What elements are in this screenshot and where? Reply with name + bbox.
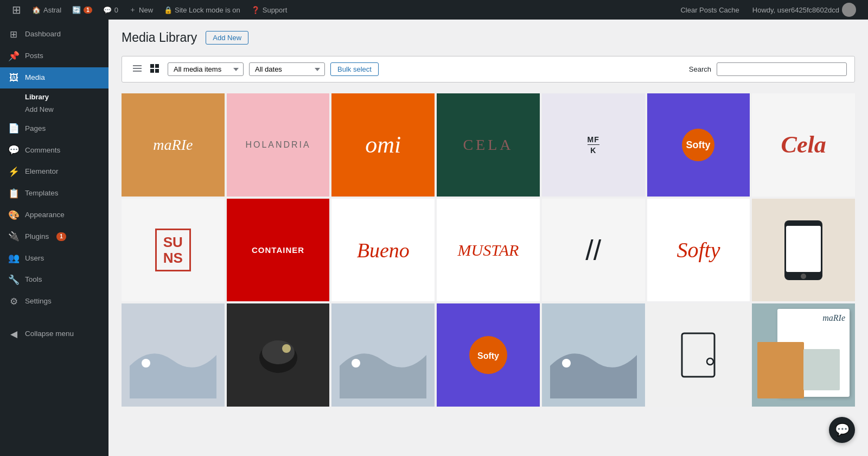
lock-icon: 🔒 <box>164 6 173 14</box>
svg-point-21 <box>707 358 713 365</box>
home-icon: 🏠 <box>32 6 41 14</box>
svg-point-16 <box>352 359 360 368</box>
help-icon: ❓ <box>251 6 260 14</box>
users-icon: 👥 <box>8 252 20 265</box>
svg-text:Softy: Softy <box>477 351 499 360</box>
svg-point-11 <box>801 274 806 279</box>
sidebar-item-pages[interactable]: 📄 Pages <box>0 118 108 140</box>
wp-logo[interactable]: ⊞ <box>7 0 27 20</box>
media-item[interactable] <box>647 303 750 407</box>
filter-items-select[interactable]: All media items <box>168 62 244 76</box>
media-item[interactable]: CELA <box>437 93 540 197</box>
grid-view-button[interactable] <box>147 62 162 77</box>
sidebar-item-plugins[interactable]: 🔌 Plugins 1 <box>0 226 108 248</box>
media-item[interactable] <box>122 303 225 407</box>
clear-cache-button[interactable]: Clear Posts Cache <box>675 0 744 20</box>
media-item[interactable] <box>331 303 435 407</box>
page-title: Media Library <box>122 30 197 45</box>
media-item[interactable]: MUSTAR <box>437 199 540 302</box>
comments-item[interactable]: 💬 0 <box>98 0 124 20</box>
comments-nav-icon: 💬 <box>8 144 20 157</box>
svg-point-12 <box>142 359 150 368</box>
svg-rect-2 <box>133 71 142 72</box>
svg-point-15 <box>282 344 291 353</box>
plus-icon: ＋ <box>129 5 136 15</box>
wordpress-icon: ⊞ <box>12 3 21 16</box>
comments-icon: 💬 <box>103 6 112 14</box>
site-lock-item[interactable]: 🔒 Site Lock mode is on <box>158 6 246 14</box>
view-toggle <box>130 62 162 77</box>
svg-rect-10 <box>786 226 821 272</box>
chat-icon: 💬 <box>835 423 850 437</box>
sidebar-item-posts[interactable]: 📌 Posts <box>0 46 108 67</box>
templates-icon: 📋 <box>8 187 20 200</box>
sidebar-item-templates[interactable]: 📋 Templates <box>0 183 108 205</box>
sidebar-item-tools[interactable]: 🔧 Tools <box>0 269 108 291</box>
media-item[interactable]: omi <box>331 93 435 197</box>
media-item[interactable] <box>542 303 645 407</box>
new-item[interactable]: ＋ New <box>124 0 158 20</box>
sidebar: ⊞ Dashboard 📌 Posts 🖼 Media Library Add … <box>0 20 108 456</box>
media-item[interactable]: Cela <box>752 93 855 197</box>
layout: ⊞ Dashboard 📌 Posts 🖼 Media Library Add … <box>0 20 868 456</box>
site-name[interactable]: 🏠 Astral <box>27 0 67 20</box>
sidebar-sub-library[interactable]: Library <box>25 91 108 103</box>
site-lock-label: Site Lock mode is on <box>175 6 240 14</box>
support-item[interactable]: ❓ Support <box>246 0 293 20</box>
media-item[interactable]: Softy <box>647 199 750 302</box>
media-item[interactable]: Softy <box>437 303 540 407</box>
svg-rect-4 <box>155 64 159 68</box>
media-item[interactable]: HOLANDRIA <box>227 93 330 197</box>
svg-rect-0 <box>133 65 142 66</box>
sidebar-item-appearance[interactable]: 🎨 Appearance <box>0 205 108 226</box>
page-header: Media Library Add New <box>122 30 855 45</box>
svg-rect-3 <box>150 64 154 68</box>
add-new-button[interactable]: Add New <box>206 31 248 45</box>
svg-point-19 <box>562 359 571 368</box>
media-item[interactable]: // <box>542 199 645 302</box>
dashboard-icon: ⊞ <box>8 28 20 41</box>
sidebar-item-comments[interactable]: 💬 Comments <box>0 140 108 161</box>
media-item[interactable]: Softy <box>647 93 750 197</box>
search-label: Search <box>689 65 711 73</box>
media-item[interactable]: CONTAINER <box>227 199 330 302</box>
plugins-icon: 🔌 <box>8 230 20 243</box>
media-icon: 🖼 <box>8 72 20 85</box>
updates-item[interactable]: 🔄 1 <box>67 0 98 20</box>
sidebar-item-media[interactable]: 🖼 Media <box>0 67 108 89</box>
appearance-icon: 🎨 <box>8 209 20 222</box>
media-item[interactable]: SUNS <box>122 199 225 302</box>
media-item[interactable]: MFK <box>542 93 645 197</box>
sidebar-item-settings[interactable]: ⚙ Settings <box>0 291 108 313</box>
svg-point-14 <box>262 340 295 364</box>
sidebar-collapse[interactable]: ◀ Collapse menu <box>0 324 108 345</box>
sidebar-sub-add-new[interactable]: Add New <box>25 103 108 116</box>
media-toolbar: All media items All dates Bulk select Se… <box>122 56 855 83</box>
media-item[interactable] <box>227 303 330 407</box>
svg-rect-5 <box>150 69 154 73</box>
svg-rect-1 <box>133 68 142 69</box>
bulk-select-button[interactable]: Bulk select <box>330 62 379 76</box>
svg-rect-6 <box>155 69 159 73</box>
posts-icon: 📌 <box>8 50 20 63</box>
sidebar-item-users[interactable]: 👥 Users <box>0 248 108 269</box>
filter-dates-select[interactable]: All dates <box>249 62 325 76</box>
media-item[interactable]: maRIe <box>752 303 855 407</box>
admin-bar: ⊞ 🏠 Astral 🔄 1 💬 0 ＋ New 🔒 Site Lock mod… <box>0 0 868 20</box>
sidebar-item-dashboard[interactable]: ⊞ Dashboard <box>0 24 108 46</box>
sidebar-item-elementor[interactable]: ⚡ Elementor <box>0 161 108 183</box>
plugins-badge: 1 <box>56 232 66 241</box>
media-item[interactable]: Bueno <box>331 199 435 302</box>
media-grid: maRIeHOLANDRIAomiCELAMFKSoftyCelaSUNSCON… <box>122 93 855 407</box>
updates-icon: 🔄 <box>72 6 81 14</box>
search-input[interactable] <box>717 62 847 76</box>
list-view-button[interactable] <box>130 62 145 77</box>
updates-badge: 1 <box>84 7 92 14</box>
howdy-item[interactable]: Howdy, user6425fc8602dcd <box>747 0 861 20</box>
collapse-icon: ◀ <box>8 328 20 341</box>
main-content: Media Library Add New All medi <box>108 20 868 456</box>
chat-button[interactable]: 💬 <box>829 417 855 443</box>
comments-count: 0 <box>114 6 118 14</box>
media-item[interactable] <box>752 199 855 302</box>
media-item[interactable]: maRIe <box>122 93 225 197</box>
